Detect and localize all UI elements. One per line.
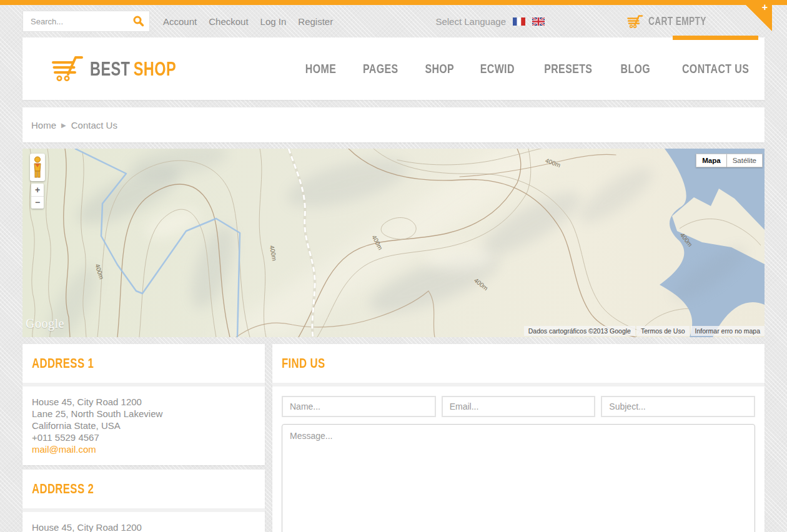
account-link[interactable]: Account	[163, 16, 197, 27]
name-field[interactable]	[282, 396, 436, 417]
breadcrumb-arrow-icon: ▶	[61, 122, 66, 129]
top-accent-strip	[0, 0, 787, 5]
breadcrumb: Home ▶ Contact Us	[22, 120, 117, 131]
map-copyright: Dados cartográficos ©2013 Google	[524, 326, 635, 336]
address1-header: ADDRESS 1	[22, 344, 265, 383]
nav-item-presets[interactable]: PRESETS	[537, 37, 600, 100]
logo-word-shop: SHOP	[134, 58, 176, 80]
main-nav: HOME PAGES SHOP ECWID PRESETS BLOG CONTA…	[300, 37, 760, 100]
google-watermark[interactable]: Google	[26, 317, 64, 331]
cart-status[interactable]: CART EMPTY	[626, 15, 725, 28]
pegman-icon	[32, 156, 42, 179]
email-field[interactable]	[442, 396, 596, 417]
address1-body: House 45, City Road 1200 Lane 25, North …	[22, 387, 265, 465]
nav-item-ecwid[interactable]: ECWID	[475, 37, 520, 100]
address2-header: ADDRESS 2	[22, 470, 265, 508]
logo-text: BESTSHOP	[90, 59, 176, 79]
content: ADDRESS 1 House 45, City Road 1200 Lane …	[22, 344, 765, 532]
find-us-title: FIND US	[282, 357, 325, 370]
contact-form	[272, 387, 765, 532]
topbar-links: Account Checkout Log In Register	[163, 16, 333, 27]
french-flag-icon[interactable]	[513, 17, 525, 26]
email-link[interactable]: mail@mail.com	[32, 444, 96, 455]
map-zoom-control: + −	[31, 184, 44, 209]
address2-title: ADDRESS 2	[32, 482, 94, 496]
find-us-header: FIND US	[272, 344, 765, 383]
google-map[interactable]: 400m 400m 400m 400m 400m 400m	[22, 149, 765, 337]
contact-form-row	[282, 396, 755, 417]
nav-item-home[interactable]: HOME	[300, 37, 341, 100]
language-selector: Select Language	[435, 16, 545, 27]
search-icon	[133, 16, 144, 27]
breadcrumb-home[interactable]: Home	[31, 120, 56, 131]
terms-link[interactable]: Termos de Uso	[636, 326, 690, 336]
map-type-switcher: Mapa Satélite	[696, 154, 763, 167]
site-header: BESTSHOP HOME PAGES SHOP ECWID PRESETS B…	[22, 37, 765, 100]
right-column: FIND US	[272, 344, 765, 532]
subject-field[interactable]	[601, 396, 755, 417]
logo-word-best: BEST	[90, 58, 130, 80]
cart-empty-label: CART EMPTY	[648, 15, 706, 28]
pegman-control[interactable]	[30, 154, 45, 181]
topbar: Account Checkout Log In Register Select …	[22, 5, 765, 37]
register-link[interactable]: Register	[298, 16, 333, 27]
address-line: +011 5529 4567	[32, 431, 255, 443]
address-line: California State, USA	[32, 420, 255, 431]
nav-item-blog[interactable]: BLOG	[616, 37, 655, 100]
plus-icon: +	[762, 2, 768, 13]
address1-card: ADDRESS 1 House 45, City Road 1200 Lane …	[22, 344, 265, 465]
breadcrumb-current: Contact Us	[71, 120, 117, 131]
search-input[interactable]	[23, 17, 128, 26]
address-line: House 45, City Road 1200	[32, 521, 255, 532]
find-us-card: FIND US	[272, 344, 765, 532]
report-error-link[interactable]: Informar erro no mapa	[691, 326, 765, 336]
page: + Account Checkout Log In Register Selec…	[0, 0, 787, 532]
message-field[interactable]	[282, 424, 755, 532]
uk-flag-icon[interactable]	[532, 17, 545, 26]
breadcrumb-bar: Home ▶ Contact Us	[22, 107, 765, 142]
language-label[interactable]: Select Language	[435, 16, 506, 27]
checkout-link[interactable]: Checkout	[209, 16, 248, 27]
map-attribution: Dados cartográficos ©2013 Google Termos …	[524, 326, 765, 336]
map-terrain: 400m 400m 400m 400m 400m 400m	[22, 149, 765, 337]
nav-item-pages[interactable]: PAGES	[357, 37, 403, 100]
address-line: Lane 25, North South Lakeview	[32, 408, 255, 420]
cart-logo-icon	[50, 56, 84, 82]
address-line: House 45, City Road 1200	[32, 396, 255, 408]
spacer	[22, 465, 265, 470]
nav-item-contact-us[interactable]: CONTACT US	[671, 37, 760, 100]
nav-item-shop[interactable]: SHOP	[420, 37, 459, 100]
login-link[interactable]: Log In	[260, 16, 287, 27]
map-type-mapa-button[interactable]: Mapa	[696, 154, 726, 167]
zoom-in-button[interactable]: +	[31, 184, 44, 196]
left-column: ADDRESS 1 House 45, City Road 1200 Lane …	[22, 344, 265, 532]
search-box	[22, 11, 150, 32]
cart-icon	[626, 15, 643, 28]
search-button[interactable]	[128, 11, 149, 31]
address1-title: ADDRESS 1	[32, 357, 94, 370]
address2-card: ADDRESS 2 House 45, City Road 1200	[22, 470, 265, 532]
site-logo[interactable]: BESTSHOP	[50, 37, 204, 100]
zoom-out-button[interactable]: −	[31, 196, 44, 209]
map-type-satelite-button[interactable]: Satélite	[727, 154, 763, 167]
address2-body: House 45, City Road 1200	[22, 512, 265, 532]
